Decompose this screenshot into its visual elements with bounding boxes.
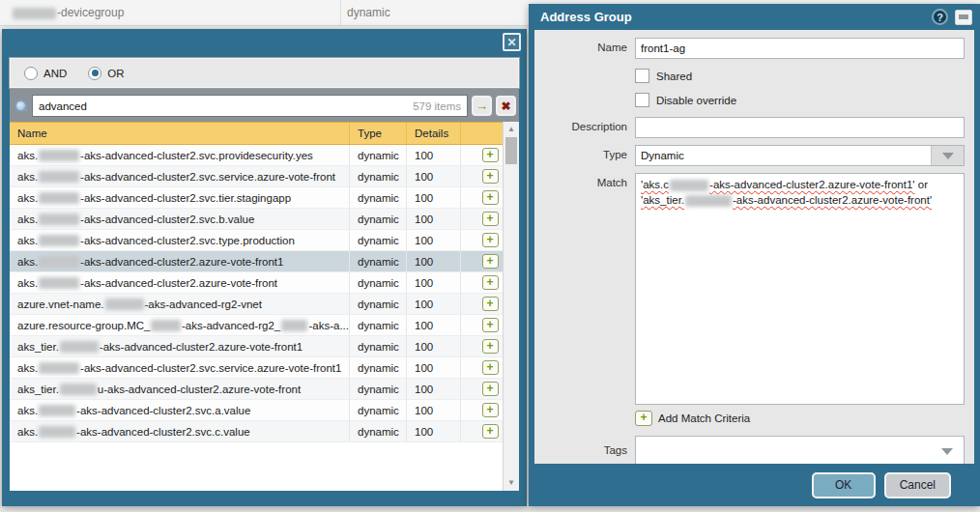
row-name: aks.-aks-advanced-cluster2.svc.service.a… bbox=[10, 357, 350, 378]
row-type: dynamic bbox=[350, 187, 407, 208]
close-icon[interactable]: ✕ bbox=[503, 33, 521, 51]
row-details: 100 bbox=[407, 357, 461, 378]
search-icon bbox=[14, 99, 28, 113]
scrollbar[interactable]: ▲ ▼ bbox=[503, 122, 519, 491]
add-row-button[interactable]: + bbox=[482, 190, 499, 205]
add-row-button[interactable]: + bbox=[482, 424, 499, 439]
radio-icon[interactable] bbox=[88, 67, 101, 80]
chevron-down-icon[interactable] bbox=[931, 146, 964, 165]
column-header-type[interactable]: Type bbox=[350, 123, 407, 144]
disable-override-label: Disable override bbox=[656, 95, 736, 106]
window-icon[interactable] bbox=[955, 10, 972, 25]
operator-radio-or[interactable]: OR bbox=[88, 67, 124, 80]
type-dropdown-value: Dynamic bbox=[636, 150, 931, 161]
add-row-button[interactable]: + bbox=[482, 339, 499, 354]
add-row-button[interactable]: + bbox=[482, 297, 499, 311]
row-type: dynamic bbox=[350, 421, 407, 441]
radio-icon[interactable] bbox=[24, 67, 38, 80]
table-row[interactable]: aks.-aks-advanced-cluster2.azure-vote-fr… bbox=[10, 272, 519, 294]
table-row[interactable]: aks.-aks-advanced-cluster2.svc.tier.stag… bbox=[10, 187, 519, 209]
row-details: 100 bbox=[407, 230, 461, 250]
redacted-text bbox=[39, 150, 79, 161]
add-row-button[interactable]: + bbox=[482, 318, 499, 332]
type-dropdown[interactable]: Dynamic bbox=[635, 145, 965, 166]
table-row[interactable]: azure.vnet-name.-aks-advanced-rg2-vnetdy… bbox=[10, 294, 519, 315]
scroll-up-icon[interactable]: ▲ bbox=[504, 125, 519, 133]
redacted-text bbox=[685, 195, 732, 207]
table-header: Name Type Details bbox=[10, 122, 519, 145]
row-name: aks.-aks-advanced-cluster2.svc.b.value bbox=[10, 209, 350, 229]
add-row-button[interactable]: + bbox=[482, 233, 499, 247]
table-body: aks.-aks-advanced-cluster2.svc.providese… bbox=[10, 145, 519, 491]
row-details: 100 bbox=[407, 400, 461, 420]
table-row[interactable]: aks.-aks-advanced-cluster2.svc.a.valuedy… bbox=[10, 400, 519, 421]
add-row-button[interactable]: + bbox=[482, 169, 499, 184]
add-row-button[interactable]: + bbox=[482, 212, 499, 226]
scrollbar-thumb[interactable] bbox=[505, 137, 517, 164]
add-match-criteria-label: Add Match Criteria bbox=[658, 412, 750, 424]
row-details: 100 bbox=[407, 251, 461, 271]
table-row[interactable]: azure.resource-group.MC_-aks-advanced-rg… bbox=[10, 315, 519, 336]
ok-button[interactable]: OK bbox=[812, 472, 876, 498]
add-row-button[interactable]: + bbox=[482, 275, 499, 290]
column-header-name[interactable]: Name bbox=[10, 123, 350, 144]
operator-radio-and[interactable]: AND bbox=[24, 67, 67, 80]
row-type: dynamic bbox=[350, 209, 407, 229]
plus-icon: + bbox=[635, 411, 652, 426]
match-field[interactable]: 'aks.c-aks-advanced-cluster2.azure-vote-… bbox=[635, 173, 965, 405]
address-group-dialog: Address Group ? Name Shared Disable over… bbox=[529, 4, 980, 506]
column-header-details[interactable]: Details bbox=[407, 123, 461, 144]
add-match-criteria-button[interactable]: + Add Match Criteria bbox=[635, 411, 965, 426]
table-row[interactable]: aks.-aks-advanced-cluster2.svc.service.a… bbox=[10, 357, 519, 379]
search-bar: 579 items → ✖ bbox=[10, 90, 519, 122]
table-row[interactable]: aks.-aks-advanced-cluster2.svc.b.valuedy… bbox=[10, 209, 519, 230]
row-details: 100 bbox=[407, 187, 461, 208]
add-row-button[interactable]: + bbox=[482, 382, 499, 396]
shared-checkbox[interactable] bbox=[635, 69, 649, 83]
name-field[interactable] bbox=[635, 38, 965, 59]
row-type: dynamic bbox=[350, 230, 407, 250]
background-row-name: -devicegroup bbox=[0, 6, 340, 19]
row-name: azure.vnet-name.-aks-advanced-rg2-vnet bbox=[10, 294, 350, 314]
table-row[interactable]: aks_tier.u-aks-advanced-cluster2.azure-v… bbox=[10, 379, 519, 400]
chevron-down-icon[interactable] bbox=[931, 437, 964, 464]
add-row-button[interactable]: + bbox=[482, 148, 499, 162]
disable-override-checkbox-row[interactable]: Disable override bbox=[635, 93, 965, 107]
add-row-button[interactable]: + bbox=[482, 403, 499, 417]
help-icon[interactable]: ? bbox=[932, 9, 948, 25]
cancel-button[interactable]: Cancel bbox=[884, 472, 951, 498]
row-name: aks.-aks-advanced-cluster2.azure-vote-fr… bbox=[10, 272, 350, 293]
table-row[interactable]: aks.-aks-advanced-cluster2.svc.c.valuedy… bbox=[10, 421, 519, 442]
row-details: 100 bbox=[407, 272, 461, 293]
shared-label: Shared bbox=[656, 71, 692, 82]
match-label: Match bbox=[534, 173, 635, 188]
table-row[interactable]: aks.-aks-advanced-cluster2.svc.providese… bbox=[10, 145, 519, 166]
row-type: dynamic bbox=[350, 336, 407, 356]
search-submit-button[interactable]: → bbox=[472, 96, 492, 116]
row-name: azure.resource-group.MC_-aks-advanced-rg… bbox=[10, 315, 350, 335]
scroll-down-icon[interactable]: ▼ bbox=[504, 478, 519, 487]
description-label: Description bbox=[534, 117, 635, 132]
table-row[interactable]: aks.-aks-advanced-cluster2.svc.service.a… bbox=[10, 166, 519, 187]
shared-checkbox-row[interactable]: Shared bbox=[635, 69, 965, 83]
row-type: dynamic bbox=[350, 272, 407, 293]
table-row[interactable]: aks.-aks-advanced-cluster2.svc.type.prod… bbox=[10, 230, 519, 251]
row-details: 100 bbox=[407, 294, 461, 314]
row-name: aks.-aks-advanced-cluster2.svc.c.value bbox=[10, 421, 350, 441]
add-row-button[interactable]: + bbox=[482, 360, 499, 375]
row-name: aks_tier.-aks-advanced-cluster2.azure-vo… bbox=[10, 336, 350, 356]
search-input[interactable] bbox=[39, 100, 413, 112]
table-row[interactable]: aks.-aks-advanced-cluster2.azure-vote-fr… bbox=[10, 251, 519, 272]
disable-override-checkbox[interactable] bbox=[635, 93, 649, 107]
description-field[interactable] bbox=[635, 117, 965, 138]
operator-label: AND bbox=[43, 68, 67, 79]
add-row-button[interactable]: + bbox=[482, 254, 499, 269]
row-type: dynamic bbox=[350, 315, 407, 335]
table-row[interactable]: aks_tier.-aks-advanced-cluster2.azure-vo… bbox=[10, 336, 519, 357]
row-name: aks.-aks-advanced-cluster2.svc.tier.stag… bbox=[10, 187, 350, 208]
row-type: dynamic bbox=[350, 379, 407, 399]
redacted-text bbox=[13, 8, 56, 19]
search-clear-button[interactable]: ✖ bbox=[496, 96, 516, 116]
tags-dropdown[interactable] bbox=[635, 436, 965, 464]
dialog-footer: OK Cancel bbox=[529, 464, 980, 506]
